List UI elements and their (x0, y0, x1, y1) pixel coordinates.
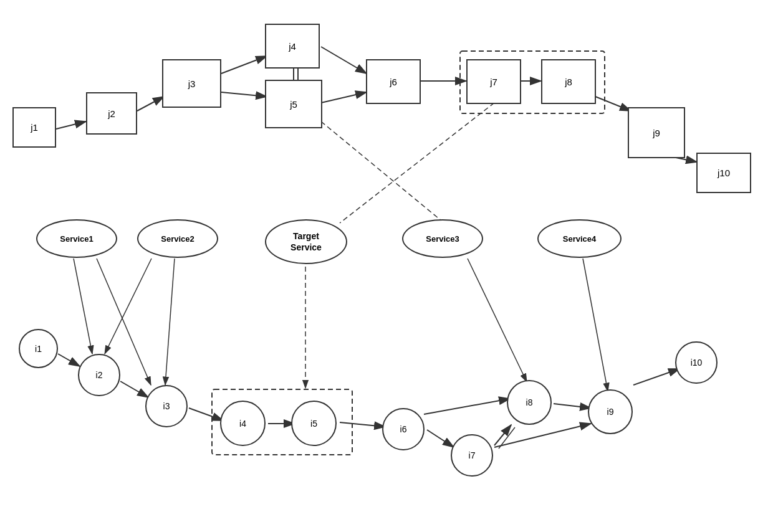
node-j9: j9 (628, 107, 685, 158)
svg-line-21 (105, 259, 151, 354)
node-target-service: TargetService (265, 219, 347, 264)
node-j7: j7 (466, 59, 521, 104)
svg-line-25 (58, 354, 80, 366)
svg-line-17 (340, 103, 494, 223)
node-j6: j6 (366, 59, 421, 104)
node-i8: i8 (507, 380, 552, 425)
svg-line-33 (499, 427, 515, 449)
node-i5: i5 (291, 401, 337, 446)
node-j10: j10 (696, 153, 751, 193)
node-i1: i1 (19, 329, 58, 368)
svg-line-31 (424, 399, 510, 414)
node-i10: i10 (675, 341, 718, 384)
node-service1: Service1 (36, 219, 117, 258)
node-j8: j8 (541, 59, 596, 104)
node-service4: Service4 (537, 219, 622, 258)
node-i4: i4 (220, 401, 266, 446)
node-service3: Service3 (402, 219, 483, 258)
svg-line-22 (468, 259, 527, 382)
svg-line-16 (321, 121, 446, 224)
svg-line-4 (56, 121, 86, 129)
svg-line-5 (137, 97, 164, 111)
node-j5: j5 (265, 80, 322, 128)
node-j3: j3 (162, 59, 221, 108)
svg-line-19 (165, 259, 175, 385)
node-j4: j4 (265, 24, 320, 69)
svg-line-32 (494, 425, 511, 445)
svg-line-23 (583, 259, 608, 391)
svg-line-30 (427, 430, 454, 447)
svg-line-29 (340, 422, 385, 427)
node-i9: i9 (588, 389, 633, 434)
node-j2: j2 (86, 92, 137, 135)
svg-line-18 (74, 259, 92, 354)
node-i6: i6 (382, 408, 425, 450)
svg-line-35 (494, 424, 591, 447)
svg-line-36 (633, 369, 679, 385)
svg-line-26 (120, 381, 148, 397)
node-i3: i3 (145, 385, 188, 427)
svg-line-14 (595, 97, 631, 111)
node-i2: i2 (78, 354, 120, 396)
svg-line-10 (321, 47, 367, 74)
svg-line-6 (221, 56, 267, 74)
svg-line-7 (221, 92, 267, 97)
node-service2: Service2 (137, 219, 218, 258)
svg-line-11 (321, 92, 367, 103)
svg-line-34 (554, 404, 591, 408)
svg-line-27 (189, 408, 223, 420)
node-j1: j1 (12, 107, 56, 148)
node-i7: i7 (451, 434, 493, 477)
